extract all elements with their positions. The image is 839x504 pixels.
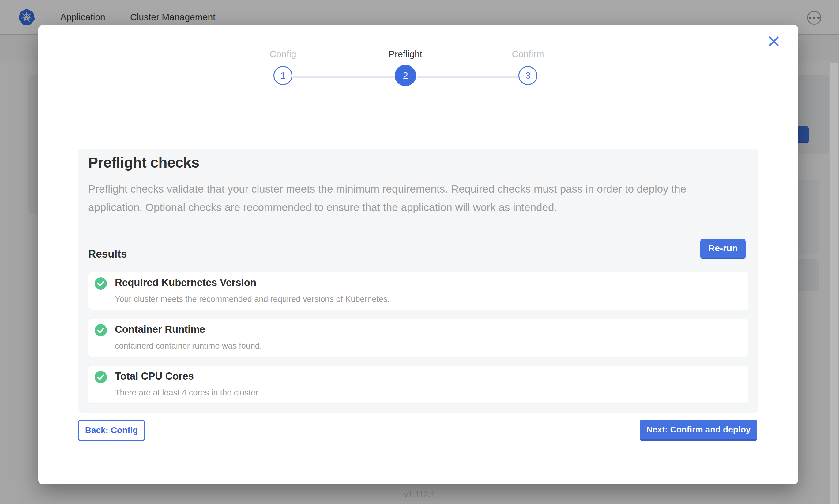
preflight-modal: Config 1 Preflight 2 Confirm 3 Preflight… [38, 25, 798, 484]
check-title: Container Runtime [115, 324, 205, 335]
step-indicator: 1 [273, 66, 292, 85]
check-circle-icon [95, 371, 107, 383]
check-message: containerd container runtime was found. [115, 341, 262, 351]
back-config-button[interactable]: Back: Config [78, 419, 145, 441]
preflight-description: Preflight checks validate that your clus… [88, 180, 737, 217]
close-button[interactable] [767, 35, 781, 48]
step-indicator: 3 [518, 66, 537, 85]
check-circle-icon [95, 324, 107, 337]
step-label: Confirm [482, 49, 574, 59]
results-heading: Results [88, 248, 127, 260]
step-label: Config [237, 49, 329, 59]
rerun-button[interactable]: Re-run [700, 238, 746, 259]
check-message: There are at least 4 cores in the cluste… [115, 388, 260, 398]
check-title: Total CPU Cores [115, 370, 194, 382]
step-indicator-active: 2 [395, 65, 416, 86]
step-label: Preflight [359, 49, 451, 59]
stepper-step-confirm: Confirm 3 [482, 49, 574, 85]
check-message: Your cluster meets the recommended and r… [115, 294, 390, 304]
stepper-step-config: Config 1 [237, 49, 329, 85]
scrollbar-track[interactable] [831, 63, 838, 504]
page-title: Preflight checks [88, 154, 199, 171]
check-result-row: Total CPU Cores There are at least 4 cor… [88, 366, 748, 403]
close-icon [768, 35, 780, 47]
check-title: Required Kubernetes Version [115, 277, 256, 288]
preflight-panel: Preflight checks Preflight checks valida… [78, 149, 758, 413]
next-confirm-deploy-button[interactable]: Next: Confirm and deploy [640, 419, 757, 441]
check-result-row: Container Runtime containerd container r… [88, 319, 748, 357]
check-result-row: Required Kubernetes Version Your cluster… [88, 272, 748, 310]
stepper-step-preflight: Preflight 2 [359, 49, 451, 86]
check-circle-icon [95, 277, 107, 290]
